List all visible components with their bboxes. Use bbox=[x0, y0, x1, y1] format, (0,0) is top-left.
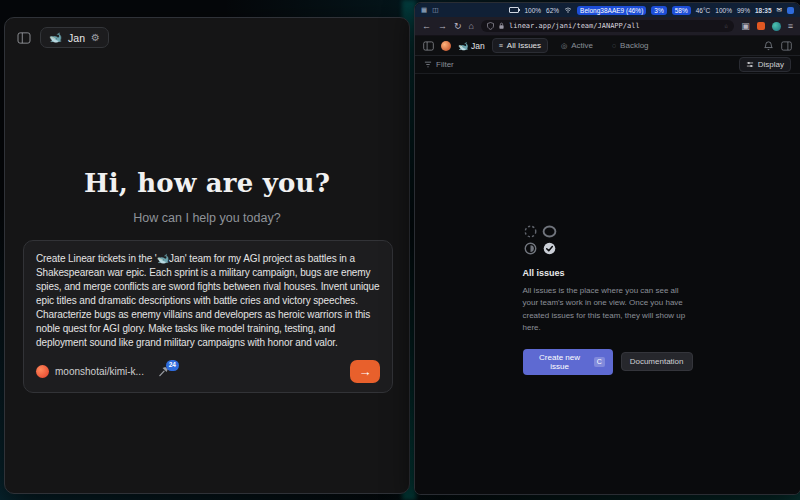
linear-team-label: 🐋 Jan bbox=[458, 41, 485, 51]
linear-team-name: Jan bbox=[471, 41, 485, 51]
funnel-icon bbox=[424, 61, 432, 68]
account-avatar[interactable] bbox=[772, 22, 781, 31]
battery-alt: 62% bbox=[546, 7, 559, 14]
tools-count-badge: 24 bbox=[166, 360, 179, 371]
team-emoji: 🐋 bbox=[49, 31, 62, 44]
display-button[interactable]: Display bbox=[739, 57, 791, 72]
model-selector[interactable]: moonshotai/kimi-k... bbox=[36, 365, 144, 378]
tab-backlog-label: Backlog bbox=[620, 41, 648, 50]
battery-icon bbox=[509, 7, 519, 13]
reload-icon[interactable]: ↻ bbox=[454, 21, 462, 31]
documentation-button[interactable]: Documentation bbox=[621, 352, 693, 371]
empty-state-title: All issues bbox=[523, 268, 693, 278]
filter-bar: Filter Display bbox=[415, 56, 800, 74]
tab-active-label: Active bbox=[571, 41, 593, 50]
memory-badge: 58% bbox=[672, 6, 691, 15]
backlog-icon: ◌ bbox=[612, 42, 616, 49]
sliders-icon bbox=[746, 61, 754, 68]
linear-nav-right bbox=[764, 41, 792, 51]
bookmark-star-icon[interactable]: ☆ bbox=[724, 22, 728, 30]
shield-icon[interactable] bbox=[487, 22, 494, 30]
create-new-issue-button[interactable]: Create new issue C bbox=[523, 349, 613, 375]
gear-icon[interactable]: ⚙ bbox=[91, 32, 100, 43]
model-name: moonshotai/kimi-k... bbox=[55, 366, 144, 377]
tools-button[interactable]: 24 bbox=[158, 366, 169, 377]
backlog-status-icon bbox=[523, 224, 538, 239]
in-progress-status-icon bbox=[523, 241, 538, 256]
jan-header: 🐋 Jan ⚙ bbox=[5, 18, 409, 57]
browser-toolbar: ← → ↻ ⌂ linear.app/jani/team/JANAPP/all … bbox=[415, 17, 800, 36]
greeting-subtitle: How can I help you today? bbox=[5, 211, 409, 225]
container-tab-icon[interactable] bbox=[757, 22, 765, 30]
mail-icon: ✉ bbox=[777, 6, 782, 14]
menu-icon[interactable]: ≡ bbox=[788, 21, 793, 31]
back-icon[interactable]: ← bbox=[422, 21, 431, 31]
clock: 18:35 bbox=[755, 7, 772, 14]
sidebar-toggle-icon[interactable] bbox=[17, 32, 31, 44]
prompt-input[interactable]: Create Linear tickets in the '🐋Jan' team… bbox=[36, 252, 380, 350]
tab-all-issues[interactable]: ≡ All Issues bbox=[492, 38, 548, 53]
todo-status-icon bbox=[542, 224, 557, 239]
browser-window: ▦ ◫ 100% 62% Belong38AAE9 (46%) 3% 58% 4… bbox=[414, 2, 800, 495]
done-status-icon bbox=[542, 241, 557, 256]
empty-state-description: All issues is the place where you can se… bbox=[523, 285, 693, 335]
send-button[interactable]: → bbox=[350, 360, 380, 383]
composer-footer: moonshotai/kimi-k... 24 → bbox=[36, 360, 380, 383]
battery-main: 100% bbox=[524, 7, 541, 14]
url-text[interactable]: linear.app/jani/team/JANAPP/all bbox=[509, 22, 640, 30]
linear-team-emoji: 🐋 bbox=[458, 41, 469, 51]
battery-b: 100% bbox=[715, 7, 732, 14]
linear-sidebar-toggle-icon[interactable] bbox=[423, 41, 434, 51]
tab-active[interactable]: ◎ Active bbox=[555, 39, 599, 52]
battery-c: 99% bbox=[737, 7, 750, 14]
linear-top-nav: 🐋 Jan ≡ All Issues ◎ Active ◌ Backlog bbox=[415, 36, 800, 56]
overlay-icon: ◫ bbox=[432, 6, 438, 14]
empty-state-actions: Create new issue C Documentation bbox=[523, 349, 693, 375]
home-icon[interactable]: ⌂ bbox=[469, 21, 474, 31]
cpu-badge: 3% bbox=[651, 6, 666, 15]
filter-label: Filter bbox=[436, 60, 454, 69]
team-selector[interactable]: 🐋 Jan ⚙ bbox=[40, 27, 109, 48]
network-badge: Belong38AAE9 (46%) bbox=[577, 6, 646, 15]
greeting-block: Hi, how are you? How can I help you toda… bbox=[5, 168, 409, 225]
moonshot-logo-icon bbox=[36, 365, 49, 378]
right-panel-icon[interactable] bbox=[781, 41, 792, 51]
prompt-composer[interactable]: Create Linear tickets in the '🐋Jan' team… bbox=[23, 240, 393, 393]
create-new-issue-label: Create new issue bbox=[531, 353, 589, 371]
jan-app-window: 🐋 Jan ⚙ Hi, how are you? How can I help … bbox=[4, 17, 410, 494]
lock-icon bbox=[498, 22, 505, 30]
shortcut-badge: C bbox=[594, 357, 605, 367]
forward-icon[interactable]: → bbox=[438, 21, 447, 31]
greeting-title: Hi, how are you? bbox=[5, 168, 409, 198]
url-bar[interactable]: linear.app/jani/team/JANAPP/all ☆ bbox=[481, 20, 734, 32]
tab-backlog[interactable]: ◌ Backlog bbox=[606, 39, 655, 52]
filter-button[interactable]: Filter bbox=[424, 60, 454, 69]
bell-icon[interactable] bbox=[764, 41, 773, 51]
tab-all-issues-label: All Issues bbox=[507, 41, 541, 50]
linear-content: All issues All issues is the place where… bbox=[415, 74, 800, 494]
wifi-icon bbox=[564, 7, 572, 13]
team-name: Jan bbox=[68, 32, 85, 44]
display-label: Display bbox=[758, 60, 784, 69]
active-icon: ◎ bbox=[561, 42, 567, 50]
system-status-bar: ▦ ◫ 100% 62% Belong38AAE9 (46%) 3% 58% 4… bbox=[415, 3, 800, 17]
extensions-icon[interactable]: ▣ bbox=[741, 21, 750, 31]
app-grid-icon: ▦ bbox=[421, 6, 427, 14]
empty-state: All issues All issues is the place where… bbox=[523, 224, 693, 375]
workspace-avatar[interactable] bbox=[441, 41, 451, 51]
status-icon-cluster bbox=[523, 224, 559, 256]
temperature: 46°C bbox=[696, 7, 711, 14]
tray-app-icon bbox=[787, 7, 794, 14]
all-issues-icon: ≡ bbox=[499, 42, 503, 49]
